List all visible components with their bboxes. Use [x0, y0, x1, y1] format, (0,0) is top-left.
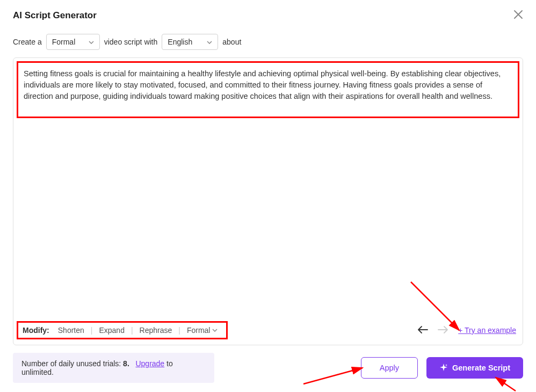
header: AI Script Generator	[13, 10, 523, 21]
text-area-annotation: Setting fitness goals is crucial for mai…	[17, 61, 519, 118]
language-value: English	[168, 38, 192, 46]
annotation-arrow-3	[491, 376, 524, 392]
param-mid: video script with	[104, 38, 158, 46]
params-row: Create a Formal video script with Englis…	[13, 34, 523, 50]
param-suffix: about	[222, 38, 241, 46]
trials-prefix: Number of daily unused trials:	[21, 359, 123, 368]
page-title: AI Script Generator	[13, 10, 97, 21]
sparkle-icon	[439, 364, 448, 372]
tone-dropdown[interactable]: Formal	[46, 34, 100, 50]
svg-line-2	[496, 378, 516, 391]
modify-expand[interactable]: Expand	[95, 326, 128, 335]
annotation-arrow-2	[301, 365, 381, 387]
chevron-down-icon	[89, 39, 94, 45]
annotation-arrow-1	[408, 279, 473, 338]
language-dropdown[interactable]: English	[162, 34, 218, 50]
modify-rephrase[interactable]: Rephrase	[135, 326, 177, 335]
generate-script-button[interactable]: Generate Script	[426, 357, 523, 379]
svg-line-0	[411, 282, 459, 330]
generate-label: Generate Script	[452, 364, 510, 372]
trials-count: 8.	[123, 359, 129, 368]
param-prefix: Create a	[13, 38, 42, 46]
footer: Number of daily unused trials: 8. Upgrad…	[13, 353, 523, 383]
upgrade-link[interactable]: Upgrade	[135, 359, 164, 368]
script-text[interactable]: Setting fitness goals is crucial for mai…	[24, 68, 512, 102]
modify-shorten[interactable]: Shorten	[54, 326, 89, 335]
close-icon[interactable]	[513, 10, 523, 21]
tone-value: Formal	[52, 38, 76, 46]
modify-group-annotation: Modify: Shorten | Expand | Rephrase | Fo…	[17, 321, 228, 339]
trials-box: Number of daily unused trials: 8. Upgrad…	[13, 353, 214, 383]
svg-line-1	[303, 368, 363, 384]
footer-buttons: Apply Generate Script	[361, 357, 523, 379]
chevron-down-icon	[207, 39, 212, 45]
modify-label: Modify:	[23, 326, 49, 335]
modify-formal-dropdown[interactable]: Formal	[183, 326, 222, 335]
